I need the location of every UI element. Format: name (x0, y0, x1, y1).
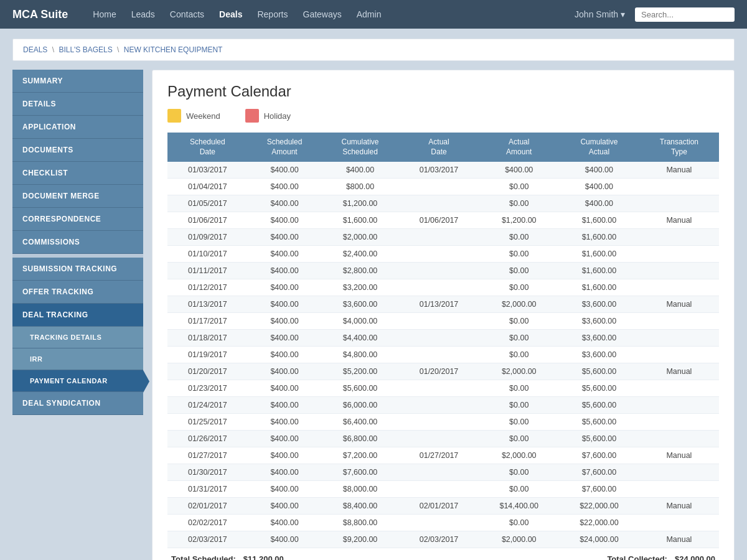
table-cell: 01/18/2017 (167, 330, 248, 347)
sidebar-item-submission-tracking[interactable]: SUBMISSION TRACKING (12, 258, 143, 281)
table-cell: 02/02/2017 (167, 515, 248, 531)
table-cell: 01/03/2017 (399, 162, 479, 179)
table-cell: $22,000.00 (559, 498, 639, 515)
table-cell: 01/25/2017 (167, 414, 248, 431)
table-cell: $400.00 (248, 531, 322, 548)
table-cell: $400.00 (479, 162, 559, 179)
table-cell: $2,000.00 (479, 363, 559, 380)
table-cell: $3,200.00 (321, 279, 398, 296)
table-cell: 02/01/2017 (167, 498, 248, 515)
sidebar-item-offer-tracking[interactable]: OFFER TRACKING (12, 281, 143, 304)
table-cell: 01/26/2017 (167, 431, 248, 447)
table-cell: 01/19/2017 (167, 347, 248, 363)
table-cell: $400.00 (248, 380, 322, 397)
search-input[interactable] (635, 7, 735, 22)
table-cell: $400.00 (248, 330, 322, 347)
breadcrumb-deals[interactable]: DEALS (23, 45, 47, 54)
sidebar-item-correspondence[interactable]: CORRESPONDENCE (12, 208, 143, 231)
nav-admin[interactable]: Admin (357, 9, 382, 19)
sidebar-item-document-merge[interactable]: DOCUMENT MERGE (12, 185, 143, 208)
table-cell: $0.00 (479, 195, 559, 212)
table-cell: 01/10/2017 (167, 246, 248, 263)
col-actual-date: ActualDate (399, 133, 479, 162)
table-cell: $400.00 (248, 279, 322, 296)
sidebar-item-payment-calendar-wrapper: PAYMENT CALENDAR (12, 370, 143, 392)
sidebar-item-payment-calendar[interactable]: PAYMENT CALENDAR (12, 370, 143, 392)
table-cell: $9,200.00 (321, 531, 398, 548)
sidebar-item-checklist[interactable]: CHECKLIST (12, 162, 143, 185)
sidebar-item-application[interactable]: APPLICATION (12, 116, 143, 139)
table-cell: $5,200.00 (321, 363, 398, 380)
table-cell (399, 431, 479, 447)
table-cell: Manual (639, 498, 719, 515)
sidebar: SUMMARY DETAILS APPLICATION DOCUMENTS CH… (12, 70, 143, 415)
breadcrumb-bills-bagels[interactable]: BILL'S BAGELS (59, 45, 112, 54)
table-cell (399, 279, 479, 296)
table-cell: Manual (639, 363, 719, 380)
total-scheduled-value: $11,200.00 (243, 554, 284, 560)
table-cell: $5,600.00 (559, 363, 639, 380)
sidebar-item-details[interactable]: DETAILS (12, 93, 143, 116)
sidebar-item-deal-syndication[interactable]: DEAL SYNDICATION (12, 392, 143, 415)
table-cell: 01/31/2017 (167, 481, 248, 498)
table-cell: $1,600.00 (559, 212, 639, 229)
table-cell: $5,600.00 (321, 380, 398, 397)
table-cell: $2,000.00 (479, 531, 559, 548)
sidebar-item-commissions[interactable]: COMMISSIONS (12, 231, 143, 254)
table-cell: $7,200.00 (321, 447, 398, 464)
table-cell: $1,600.00 (559, 263, 639, 279)
table-cell: 01/20/2017 (399, 363, 479, 380)
table-cell: 01/03/2017 (167, 162, 248, 179)
nav-gateways[interactable]: Gateways (303, 9, 342, 19)
table-cell: 02/03/2017 (399, 531, 479, 548)
weekend-color-box (167, 109, 181, 123)
nav-home[interactable]: Home (93, 9, 116, 19)
table-cell: $8,000.00 (321, 481, 398, 498)
table-cell: $0.00 (479, 397, 559, 414)
table-cell: 01/09/2017 (167, 229, 248, 246)
table-cell: $400.00 (248, 447, 322, 464)
table-cell: $2,000.00 (321, 229, 398, 246)
table-cell (639, 179, 719, 195)
weekend-label: Weekend (186, 111, 220, 121)
nav-deals[interactable]: Deals (219, 9, 242, 19)
table-cell: $0.00 (479, 246, 559, 263)
table-cell: $7,600.00 (321, 464, 398, 481)
table-cell (639, 195, 719, 212)
table-cell (399, 195, 479, 212)
user-menu[interactable]: John Smith ▾ (575, 9, 625, 19)
table-row: 01/19/2017$400.00$4,800.00$0.00$3,600.00 (167, 347, 719, 363)
table-cell: $0.00 (479, 347, 559, 363)
table-cell: $3,600.00 (321, 296, 398, 313)
nav-reports[interactable]: Reports (257, 9, 288, 19)
sidebar-item-irr[interactable]: IRR (12, 348, 143, 370)
table-cell (399, 414, 479, 431)
sidebar-item-documents[interactable]: DOCUMENTS (12, 139, 143, 162)
table-cell (639, 330, 719, 347)
table-cell: $400.00 (559, 162, 639, 179)
sidebar-item-deal-tracking[interactable]: DEAL TRACKING (12, 304, 143, 327)
payment-calendar-table: ScheduledDate ScheduledAmount Cumulative… (167, 133, 719, 548)
table-cell: $0.00 (479, 380, 559, 397)
col-cumulative-actual: CumulativeActual (559, 133, 639, 162)
table-cell (399, 313, 479, 330)
table-row: 01/27/2017$400.00$7,200.0001/27/2017$2,0… (167, 447, 719, 464)
table-row: 01/30/2017$400.00$7,600.00$0.00$7,600.00 (167, 464, 719, 481)
table-cell: 01/04/2017 (167, 179, 248, 195)
table-cell: $1,600.00 (559, 229, 639, 246)
table-cell (399, 347, 479, 363)
table-cell (639, 431, 719, 447)
table-cell: $5,600.00 (559, 397, 639, 414)
nav-leads[interactable]: Leads (131, 9, 155, 19)
col-transaction-type: TransactionType (639, 133, 719, 162)
table-cell: Manual (639, 296, 719, 313)
table-cell: $24,000.00 (559, 531, 639, 548)
sidebar-item-tracking-details[interactable]: TRACKING DETAILS (12, 327, 143, 348)
sidebar-item-summary[interactable]: SUMMARY (12, 70, 143, 93)
table-cell: $400.00 (248, 363, 322, 380)
table-cell: Manual (639, 447, 719, 464)
nav-contacts[interactable]: Contacts (170, 9, 204, 19)
table-cell: Manual (639, 212, 719, 229)
breadcrumb-new-kitchen[interactable]: NEW KITCHEN EQUIPMENT (124, 45, 223, 54)
table-cell (399, 380, 479, 397)
